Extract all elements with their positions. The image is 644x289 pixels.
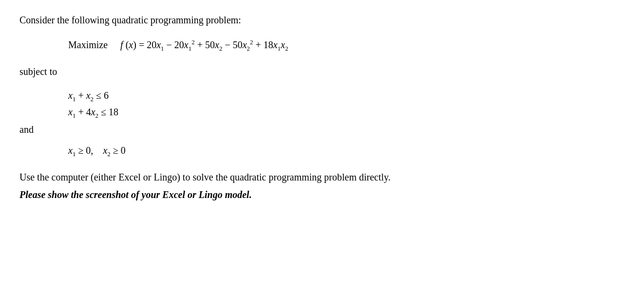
and-label: and: [19, 124, 487, 135]
objective-row: Maximize f (x) = 20x1 − 20x12 + 50x2 − 5…: [68, 39, 487, 51]
page-content: Consider the following quadratic program…: [19, 15, 487, 202]
constraint-1: x1 + x2 ≤ 6: [68, 87, 487, 104]
objective-function: f (x) = 20x1 − 20x12 + 50x2 − 50x22 + 18…: [120, 39, 288, 51]
constraints-block: x1 + x2 ≤ 6 x1 + 4x2 ≤ 18: [68, 87, 487, 120]
bold-italic-instruction: Please show the screenshot of your Excel…: [19, 187, 487, 202]
constraint-2: x1 + 4x2 ≤ 18: [68, 104, 487, 120]
intro-paragraph: Consider the following quadratic program…: [19, 15, 487, 26]
use-text: Use the computer (either Excel or Lingo)…: [19, 170, 487, 184]
nonnegativity-block: x1 ≥ 0, x2 ≥ 0: [68, 145, 487, 156]
subject-to-label: subject to: [19, 66, 487, 77]
maximize-label: Maximize: [68, 39, 108, 51]
